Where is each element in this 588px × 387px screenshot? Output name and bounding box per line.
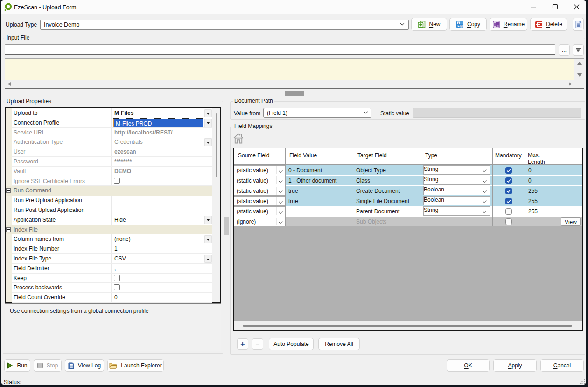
svg-text:2: 2 bbox=[461, 24, 462, 27]
svg-text:1: 1 bbox=[458, 21, 459, 24]
